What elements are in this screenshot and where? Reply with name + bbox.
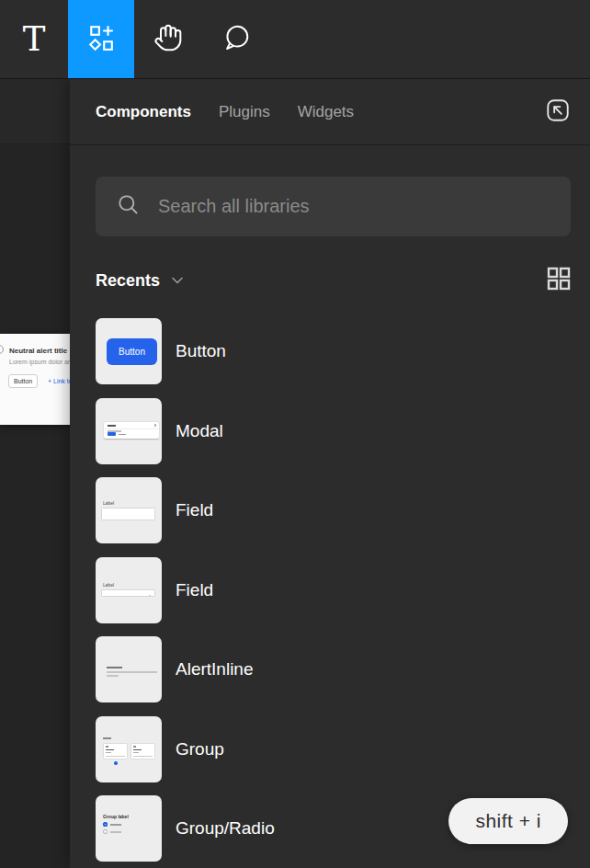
canvas-area[interactable]: Neutral alert title Lorem ipsum dolor am… [0,79,70,868]
resources-panel: Components Plugins Widgets Recents [70,79,590,868]
canvas-alert-card[interactable]: Neutral alert title Lorem ipsum dolor am… [0,334,74,425]
item-label: Group [176,739,224,760]
button-thumbnail: Button [96,318,162,384]
item-label: AlertInline [176,659,254,680]
components-icon [87,24,115,55]
mini-radio-unselected [103,829,108,834]
list-item-field-select[interactable]: Label ⌄ Field [96,557,590,623]
mini-radio-selected [103,822,108,827]
modal-thumbnail [96,398,162,464]
mini-caret-icon: ⌄ [148,592,152,597]
mini-input [101,508,155,520]
top-toolbar: T [0,0,590,79]
comment-tool-button[interactable] [202,0,270,78]
tab-components[interactable]: Components [96,103,191,121]
info-icon [0,345,4,354]
group-thumbnail [96,716,162,782]
grid-view-button[interactable] [547,268,571,292]
list-item-field[interactable]: Label Field [96,477,590,543]
recents-section-header: Recents [96,267,571,294]
grid-view-icon [547,267,571,294]
recents-title[interactable]: Recents [96,271,160,291]
hand-icon [153,23,183,56]
alert-body-text: Lorem ipsum dolor amet conse [9,359,74,365]
list-item-modal[interactable]: Modal [96,398,590,464]
library-search-bar[interactable] [96,177,571,236]
mini-modal [104,422,159,439]
shortcut-badge: shift + i [448,798,568,844]
panel-tabs-row: Components Plugins Widgets [70,79,590,145]
component-list: Button Button Modal Label Field Label [70,318,590,868]
list-item-button[interactable]: Button Button [96,318,590,384]
search-input[interactable] [158,196,554,217]
alert-button: Button [8,374,38,388]
field-thumbnail: Label [96,477,162,543]
mini-select: ⌄ [101,589,155,597]
tab-widgets[interactable]: Widgets [298,103,354,121]
group-radio-thumbnail: Group label [96,795,162,862]
popout-icon [545,97,571,127]
search-icon [116,192,141,221]
selected-dot [114,761,118,765]
list-item-alertinline[interactable]: AlertInline [96,636,590,702]
shortcut-text: shift + i [475,810,541,832]
mini-field-label: Label [103,583,114,588]
item-label: Group/Radio [176,818,275,839]
mini-field-label: Label [103,501,114,506]
item-label: Modal [176,421,223,441]
popout-window-button[interactable] [544,98,572,126]
list-item-group[interactable]: Group [96,716,590,782]
field-select-thumbnail: Label ⌄ [96,557,162,623]
item-label: Field [176,500,213,520]
text-tool-button[interactable]: T [0,0,68,78]
chevron-down-icon[interactable] [172,277,183,284]
alertinline-thumbnail [96,636,162,702]
hand-tool-button[interactable] [134,0,202,78]
canvas-top-band [0,79,70,144]
mini-group-label: Group label [103,815,129,819]
resources-tool-button[interactable] [68,0,134,78]
comment-icon [221,23,251,56]
tab-plugins[interactable]: Plugins [219,103,270,121]
mini-button: Button [107,338,157,365]
item-label: Button [176,341,226,361]
alert-title: Neutral alert title [9,347,67,355]
item-label: Field [176,580,213,600]
text-tool-icon: T [23,22,46,56]
